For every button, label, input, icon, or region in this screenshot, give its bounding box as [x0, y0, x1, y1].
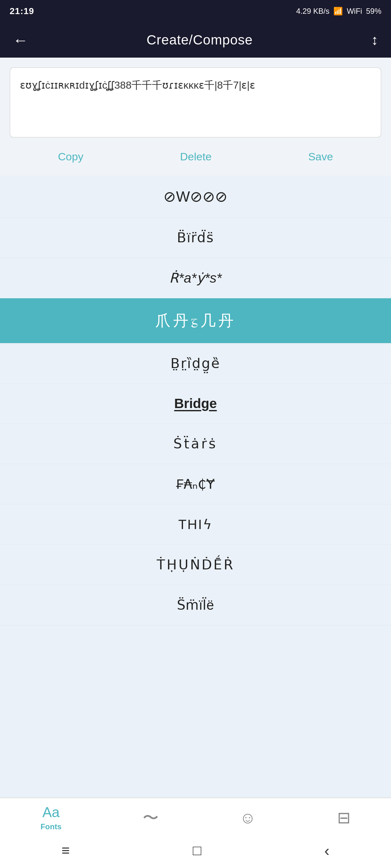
fonts-icon: Aa: [42, 804, 60, 820]
battery-icon: 59%: [366, 7, 381, 16]
font-item-bridge2[interactable]: Bridge: [0, 384, 391, 424]
font-item-manga[interactable]: 爪丹ᵹ几丹: [0, 298, 391, 343]
system-nav: ≡ □ ‹: [0, 836, 391, 868]
action-buttons: Copy Delete Save: [0, 137, 391, 176]
save-button[interactable]: Save: [296, 147, 346, 166]
nav-emoji[interactable]: ☺: [240, 808, 256, 827]
text-area-section: ɛʊɣʆɪċɪɪʀκʀɪdɪɣʆɪċʆʆ388千千千ʊɾɪɛκκκɛ千|8千7|…: [0, 58, 391, 137]
sort-button[interactable]: ↕: [371, 32, 378, 48]
font-item-fancy[interactable]: ₣₳ₙ₵Ɏ: [0, 464, 391, 504]
font-preview-fancy: ₣₳ₙ₵Ɏ: [176, 476, 215, 492]
status-bar: 21:19 4.29 KB/s 📶 WiFi 59%: [0, 0, 391, 22]
back-nav-button[interactable]: ‹: [324, 842, 330, 859]
status-right: 4.29 KB/s 📶 WiFi 59%: [296, 7, 381, 16]
nav-save[interactable]: ⊟: [337, 808, 351, 827]
status-time: 21:19: [9, 6, 34, 16]
font-preview-birds: B̈ïr̈d̈s̈: [177, 230, 215, 245]
font-preview-thunder: ṪḤỤṄḊḖṘ: [157, 557, 234, 572]
font-item-thunder[interactable]: ṪḤỤṄḊḖṘ: [0, 545, 391, 585]
signal-icon: 📶: [333, 7, 343, 16]
font-item-birds[interactable]: B̈ïr̈d̈s̈: [0, 218, 391, 258]
page-title: Create/Compose: [146, 32, 253, 48]
font-preview-rays: Ṙ*a*ẏ*s*: [169, 271, 222, 285]
network-speed: 4.29 KB/s: [296, 7, 330, 16]
emoji-icon: ☺: [240, 808, 256, 827]
effects-icon: 〜: [143, 807, 159, 829]
font-item-smile[interactable]: S̈m̈ïl̈ë: [0, 585, 391, 625]
nav-effects[interactable]: 〜: [143, 807, 159, 829]
font-item-stars[interactable]: Ṡẗȧṙṡ: [0, 424, 391, 464]
font-preview-warn: ⊘W⊘⊘⊘: [163, 188, 227, 205]
font-preview-bridge2: Bridge: [174, 396, 217, 411]
app-header: ← Create/Compose ↕: [0, 22, 391, 58]
font-preview-manga: 爪丹ᵹ几丹: [155, 312, 236, 329]
copy-button[interactable]: Copy: [45, 147, 96, 166]
font-preview-smile: S̈m̈ïl̈ë: [177, 597, 214, 613]
bottom-nav: Aa Fonts 〜 ☺ ⊟: [0, 798, 391, 836]
home-button[interactable]: □: [193, 842, 202, 859]
menu-button[interactable]: ≡: [61, 842, 70, 859]
fonts-label: Fonts: [40, 822, 61, 831]
nav-fonts[interactable]: Aa Fonts: [40, 804, 61, 831]
delete-button[interactable]: Delete: [167, 147, 224, 166]
composed-text: ɛʊɣʆɪċɪɪʀκʀɪdɪɣʆɪċʆʆ388千千千ʊɾɪɛκκκɛ千|8千7|…: [20, 80, 255, 91]
font-item-bridge1[interactable]: B̤r̤ȉd̤g̤ȅ: [0, 343, 391, 384]
font-item-rays[interactable]: Ṙ*a*ẏ*s*: [0, 258, 391, 298]
text-display-box[interactable]: ɛʊɣʆɪċɪɪʀκʀɪdɪɣʆɪċʆʆ388千千千ʊɾɪɛκκκɛ千|8千7|…: [9, 67, 381, 137]
back-button[interactable]: ←: [13, 31, 28, 49]
font-preview-bridge1: B̤r̤ȉd̤g̤ȅ: [170, 356, 221, 371]
font-item-thin[interactable]: THIϟ: [0, 504, 391, 545]
font-list: ⊘W⊘⊘⊘ B̈ïr̈d̈s̈ Ṙ*a*ẏ*s* 爪丹ᵹ几丹 B̤r̤ȉd̤g̤…: [0, 176, 391, 798]
font-item-warn[interactable]: ⊘W⊘⊘⊘: [0, 176, 391, 218]
save-nav-icon: ⊟: [337, 808, 351, 827]
wifi-icon: WiFi: [347, 7, 362, 16]
font-preview-thin: THIϟ: [178, 517, 213, 532]
font-preview-stars: Ṡẗȧṙṡ: [173, 436, 218, 451]
